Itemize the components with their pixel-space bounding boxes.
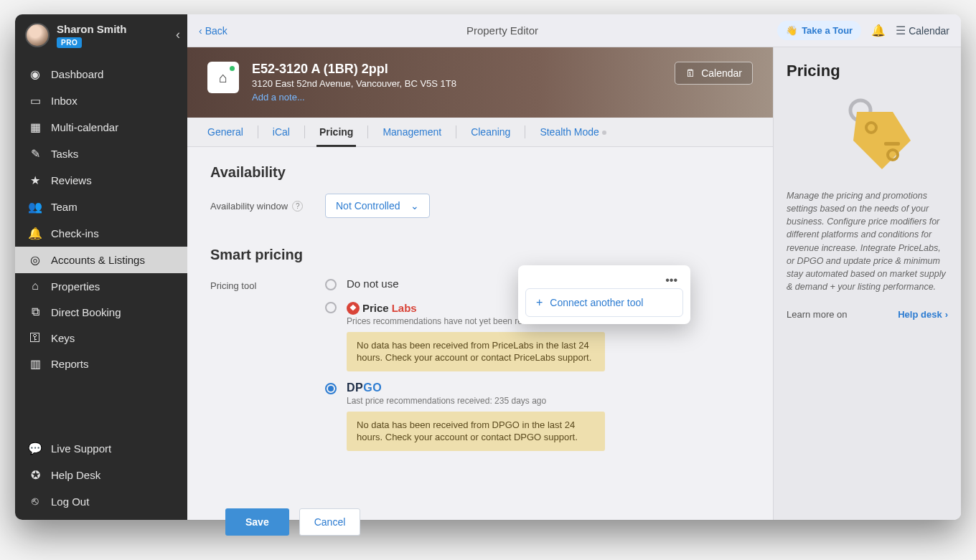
key-icon: ⚿ <box>28 331 42 344</box>
lifebuoy-icon: ✪ <box>28 468 42 482</box>
chevron-down-icon: ⌄ <box>410 200 419 212</box>
property-icon: ⌂ <box>207 62 239 93</box>
pricing-tool-label: Pricing tool <box>210 280 256 291</box>
chart-icon: ▥ <box>28 357 42 371</box>
sidebar-item-checkins[interactable]: 🔔Check-ins <box>15 220 187 247</box>
topbar: ‹Back Property Editor 👋Take a Tour 🔔 ☰Ca… <box>187 14 961 47</box>
radio-do-not-use[interactable] <box>325 279 337 290</box>
option-do-not-use[interactable]: Do not use <box>347 277 399 290</box>
sidebar-item-label: Multi-calendar <box>51 121 118 133</box>
popover-more-icon[interactable]: ••• <box>525 272 683 288</box>
smart-pricing-heading: Smart pricing <box>210 247 303 263</box>
sidebar-item-label: Direct Booking <box>51 306 121 318</box>
sidebar-item-tasks[interactable]: ✎Tasks <box>15 141 187 167</box>
add-note-link[interactable]: Add a note... <box>252 92 305 103</box>
calendar-link[interactable]: ☰Calendar <box>896 24 949 37</box>
chevron-left-icon: ‹ <box>199 25 202 37</box>
sidebar-item-reviews[interactable]: ★Reviews <box>15 167 187 194</box>
connect-tool-label: Connect another tool <box>550 297 643 308</box>
connect-tool-popover: ••• + Connect another tool <box>518 265 690 324</box>
wave-icon: 👋 <box>786 25 797 36</box>
sidebar-item-reports[interactable]: ▥Reports <box>15 351 187 377</box>
hero-calendar-button[interactable]: 🗓Calendar <box>675 62 753 85</box>
notifications-icon[interactable]: 🔔 <box>871 24 886 37</box>
sidebar-item-direct-booking[interactable]: ⧉Direct Booking <box>15 299 187 325</box>
sidebar-item-live-support[interactable]: 💬Live Support <box>15 435 187 462</box>
cancel-button[interactable]: Cancel <box>299 508 361 520</box>
help-desk-link[interactable]: Help desk› <box>898 309 948 320</box>
sidebar-item-team[interactable]: 👥Team <box>15 194 187 220</box>
calendar-icon: 🗓 <box>685 67 695 79</box>
sidebar-item-label: Team <box>51 201 78 213</box>
availability-heading: Availability <box>210 164 750 181</box>
pricelabs-icon: ❖ <box>347 302 360 315</box>
sidebar-item-accounts-listings[interactable]: ◎Accounts & Listings <box>15 247 187 273</box>
collapse-sidebar-icon[interactable]: ‹ <box>176 27 180 42</box>
broom-icon: ✎ <box>28 147 42 161</box>
sidebar-item-label: Accounts & Listings <box>51 254 145 266</box>
sidebar-item-logout[interactable]: ⎋Log Out <box>15 488 187 514</box>
sidebar-item-properties[interactable]: ⌂Properties <box>15 273 187 299</box>
dpgo-logo[interactable]: DPGO <box>347 381 382 394</box>
code-icon: ⧉ <box>28 305 42 318</box>
help-icon[interactable]: ? <box>292 201 303 212</box>
sidebar-item-label: Log Out <box>51 495 89 508</box>
avatar <box>25 23 50 47</box>
gauge-icon: ◉ <box>28 67 42 81</box>
page-title: Property Editor <box>238 24 767 37</box>
pricelabs-logo[interactable]: ❖PriceLabs <box>347 302 417 315</box>
dpgo-subnote: Last price recommendations received: 235… <box>347 396 605 406</box>
availability-window-select[interactable]: Not Controlled⌄ <box>325 194 430 218</box>
sidebar-item-label: Reviews <box>51 174 92 186</box>
back-button[interactable]: ‹Back <box>199 25 227 37</box>
tab-cleaning[interactable]: Cleaning <box>468 118 513 146</box>
sidebar-item-inbox[interactable]: ▭Inbox <box>15 87 187 114</box>
plus-icon: + <box>536 296 543 309</box>
tab-pricing[interactable]: Pricing <box>316 118 356 146</box>
availability-window-label: Availability window <box>210 201 288 212</box>
calendar-list-icon: ☰ <box>896 24 906 37</box>
save-button[interactable]: Save <box>225 508 289 520</box>
house-icon: ⌂ <box>28 280 42 293</box>
sidebar-item-multicalendar[interactable]: ▦Multi-calendar <box>15 114 187 141</box>
tab-management[interactable]: Management <box>380 118 444 146</box>
chevron-right-icon: › <box>945 309 948 320</box>
tour-label: Take a Tour <box>802 25 853 36</box>
svg-rect-2 <box>884 142 900 146</box>
pricing-tag-illustration <box>787 80 948 189</box>
tab-general[interactable]: General <box>205 118 246 146</box>
sidebar-item-label: Live Support <box>51 442 111 455</box>
help-desk-label: Help desk <box>898 309 942 320</box>
tab-ical[interactable]: iCal <box>270 118 293 146</box>
save-bar: Save Cancel <box>202 498 765 520</box>
tabs: General iCal Pricing Management Cleaning… <box>187 118 773 147</box>
sidebar-item-keys[interactable]: ⚿Keys <box>15 325 187 351</box>
users-icon: 👥 <box>28 200 42 214</box>
calendar-label: Calendar <box>909 25 949 37</box>
star-icon: ★ <box>28 174 42 187</box>
right-panel: Pricing Manage the pricing and promotion… <box>773 47 961 520</box>
sidebar: Sharon Smith PRO ‹ ◉Dashboard ▭Inbox ▦Mu… <box>15 14 187 520</box>
connect-another-tool-button[interactable]: + Connect another tool <box>525 288 683 317</box>
sidebar-item-label: Dashboard <box>51 68 103 80</box>
sidebar-item-help-desk[interactable]: ✪Help Desk <box>15 462 187 488</box>
right-panel-body: Manage the pricing and promotions settin… <box>787 189 948 293</box>
inbox-icon: ▭ <box>28 94 42 108</box>
tab-stealth[interactable]: Stealth Mode <box>537 118 609 146</box>
property-address: 3120 East 52nd Avenue, Vancouver, BC V5S… <box>252 78 662 89</box>
sidebar-item-label: Check-ins <box>51 227 99 239</box>
chat-icon: 💬 <box>28 442 42 455</box>
user-name: Sharon Smith <box>57 23 127 35</box>
sidebar-item-dashboard[interactable]: ◉Dashboard <box>15 61 187 87</box>
sidebar-item-label: Properties <box>51 280 100 293</box>
radio-pricelabs[interactable] <box>325 302 337 313</box>
property-hero: ⌂ E52-3120 A (1BR) 2ppl 3120 East 52nd A… <box>187 47 773 118</box>
sidebar-user[interactable]: Sharon Smith PRO ‹ <box>15 14 187 57</box>
take-tour-button[interactable]: 👋Take a Tour <box>777 21 861 40</box>
select-value: Not Controlled <box>336 200 400 212</box>
sidebar-item-label: Help Desk <box>51 469 100 481</box>
tab-label: Stealth Mode <box>540 126 599 138</box>
bell-icon: 🔔 <box>28 227 42 240</box>
sidebar-item-label: Keys <box>51 332 75 344</box>
radio-dpgo[interactable] <box>325 383 337 394</box>
